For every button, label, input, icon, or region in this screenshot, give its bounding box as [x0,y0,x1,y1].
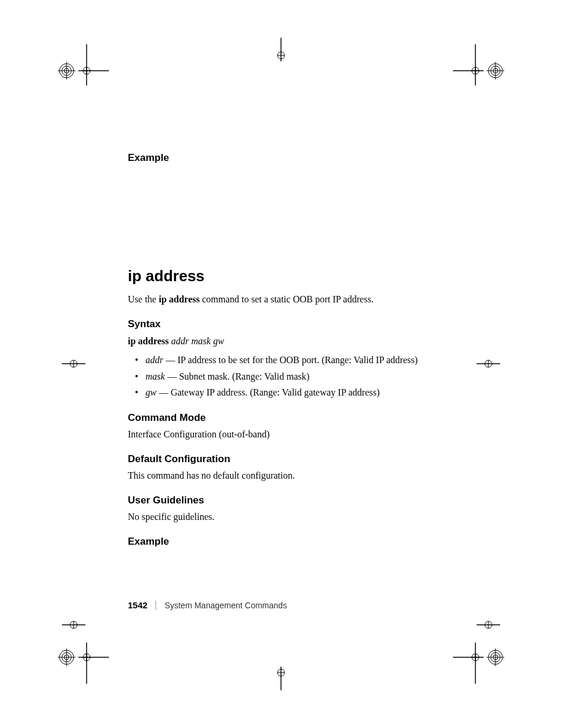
syntax-args: addr mask gw [171,336,224,346]
crop-mark-ml [62,352,85,375]
crop-mark-tc [269,38,293,61]
param-mask: mask — Subnet mask. (Range: Valid mask) [146,369,458,384]
example-section-1: Example [128,152,458,232]
example-heading-1: Example [128,152,458,164]
crop-mark-mr [477,352,500,375]
command-mode-text: Interface Configuration (out-of-band) [128,427,458,442]
crop-mark-tr [453,44,506,97]
parameter-list: addr — IP address to be set for the OOB … [128,353,458,400]
syntax-cmd: ip address [128,336,169,346]
syntax-line: ip address addr mask gw [128,336,458,347]
page-footer: 1542 System Management Commands [128,600,287,610]
user-guidelines-heading: User Guidelines [128,495,458,506]
param-desc: — IP address to be set for the OOB port.… [163,355,418,365]
intro-post: command to set a static OOB port IP addr… [200,294,373,304]
command-mode-heading: Command Mode [128,412,458,424]
intro-cmd: ip address [158,294,200,304]
user-guidelines-section: User Guidelines No specific guidelines. [128,495,458,524]
crop-mark-tl [56,44,109,97]
param-gw: gw — Gateway IP address. (Range: Valid g… [146,385,458,400]
param-name: mask [146,371,165,381]
user-guidelines-text: No specific guidelines. [128,510,458,524]
param-name: addr [146,355,163,365]
example-heading-2: Example [128,536,458,548]
crop-mark-mlb [62,613,85,637]
crop-mark-mrb [477,613,500,637]
crop-mark-bc [269,667,293,690]
footer-section: System Management Commands [164,601,287,610]
intro-pre: Use the [128,294,158,304]
default-config-heading: Default Configuration [128,453,458,465]
param-name: gw [146,387,157,397]
page-number: 1542 [128,600,147,610]
intro-paragraph: Use the ip address command to set a stat… [128,292,458,307]
param-desc: — Subnet mask. (Range: Valid mask) [165,371,309,381]
crop-mark-br [453,631,506,684]
param-desc: — Gateway IP address. (Range: Valid gate… [157,387,380,397]
crop-mark-bl [56,631,109,684]
command-title: ip address [128,267,458,285]
example-section-2: Example [128,536,458,548]
default-config-text: This command has no default configuratio… [128,469,458,483]
default-config-section: Default Configuration This command has n… [128,453,458,483]
command-mode-section: Command Mode Interface Configuration (ou… [128,412,458,442]
page-content: Example ip address Use the ip address co… [128,152,458,551]
footer-divider [156,601,156,610]
syntax-heading: Syntax [128,318,458,330]
param-addr: addr — IP address to be set for the OOB … [146,353,458,368]
